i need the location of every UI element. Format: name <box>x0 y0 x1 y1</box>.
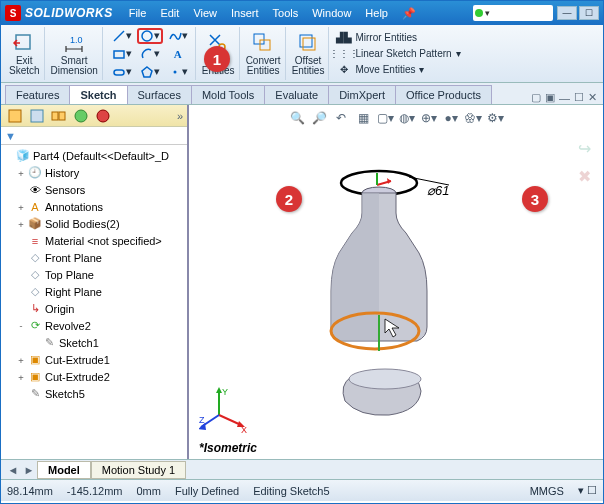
tab-scroll-left-icon[interactable]: ◄ <box>5 464 21 476</box>
view-triad[interactable]: Y X Z <box>199 385 249 435</box>
rectangle-tool[interactable]: ▾ <box>109 46 135 62</box>
doc-max-icon[interactable]: ☐ <box>574 91 584 104</box>
svg-rect-13 <box>9 110 21 122</box>
plane-icon: ◇ <box>27 251 43 265</box>
tab-evaluate[interactable]: Evaluate <box>264 85 329 104</box>
expand-icon[interactable]: + <box>15 372 27 382</box>
tree-root-label: Part4 (Default<<Default>_D <box>33 150 169 162</box>
tree-material[interactable]: ≡Material <not specified> <box>1 232 187 249</box>
expand-icon[interactable]: + <box>15 202 27 212</box>
svg-point-17 <box>75 110 87 122</box>
line-tool[interactable]: ▾ <box>109 28 135 44</box>
tree-revolve2[interactable]: -⟳Revolve2 <box>1 317 187 334</box>
circle-tool[interactable]: ▾ <box>137 28 163 44</box>
exit-sketch-button[interactable]: Exit Sketch <box>9 31 40 76</box>
menu-window[interactable]: Window <box>306 5 357 22</box>
search-box[interactable]: ▾ <box>473 5 553 21</box>
tree-sensors[interactable]: 👁Sensors <box>1 181 187 198</box>
tab-features[interactable]: Features <box>5 85 70 104</box>
tab-scroll-right-icon[interactable]: ► <box>21 464 37 476</box>
graphics-area[interactable]: 🔍 🔎 ↶ ▦ ▢▾ ◍▾ ⊕▾ ●▾ 🏵▾ ⚙▾ ⌀61 <box>189 105 603 459</box>
menu-tools[interactable]: Tools <box>267 5 305 22</box>
confirm-ok-icon[interactable]: ↪ <box>573 137 595 159</box>
tree-sketch5[interactable]: ✎Sketch5 <box>1 385 187 402</box>
tree-cut-extrude1[interactable]: +▣Cut-Extrude1 <box>1 351 187 368</box>
collapse-icon[interactable]: - <box>15 321 27 331</box>
tab-model[interactable]: Model <box>37 461 91 479</box>
polygon-tool[interactable]: ▾ <box>137 64 163 80</box>
doc-restore-icon[interactable]: ▣ <box>545 91 555 104</box>
pattern-icon: ⋮⋮⋮ <box>337 47 351 61</box>
sketch-icon: ✎ <box>41 336 57 350</box>
expand-icon[interactable]: + <box>15 168 27 178</box>
confirm-cancel-icon[interactable]: ✖ <box>573 165 595 187</box>
mirror-entities-button[interactable]: ▟▙Mirror Entities <box>337 31 460 45</box>
search-dropdown-icon[interactable]: ▾ <box>485 8 490 18</box>
node-label: Sensors <box>45 184 85 196</box>
status-units[interactable]: MMGS <box>530 485 564 497</box>
tree-collapse-icon[interactable]: » <box>177 110 183 122</box>
node-label: Sketch1 <box>59 337 99 349</box>
filter-icon: ▼ <box>5 130 16 142</box>
tree-history[interactable]: +🕘History <box>1 164 187 181</box>
move-dropdown-icon[interactable]: ▾ <box>419 64 424 75</box>
tab-mold-tools[interactable]: Mold Tools <box>191 85 265 104</box>
maximize-button[interactable]: ☐ <box>579 6 599 20</box>
tree-cut-extrude2[interactable]: +▣Cut-Extrude2 <box>1 368 187 385</box>
svg-rect-9 <box>254 34 264 44</box>
tree-sketch1[interactable]: ✎Sketch1 <box>1 334 187 351</box>
menu-help[interactable]: Help <box>359 5 394 22</box>
convert-entities-button[interactable]: Convert Entities <box>246 31 281 76</box>
tree-tab-display-icon[interactable] <box>93 107 113 125</box>
menu-edit[interactable]: Edit <box>154 5 185 22</box>
expand-icon[interactable]: + <box>15 219 27 229</box>
tab-motion-study[interactable]: Motion Study 1 <box>91 461 186 479</box>
arc-tool[interactable]: ▾ <box>137 46 163 62</box>
node-label: Sketch5 <box>45 388 85 400</box>
menu-insert[interactable]: Insert <box>225 5 265 22</box>
exit-sketch-label: Exit Sketch <box>9 56 40 76</box>
feature-tree: 🧊 Part4 (Default<<Default>_D +🕘History 👁… <box>1 145 187 459</box>
move-entities-button[interactable]: ✥Move Entities▾ <box>337 63 460 77</box>
pattern-dropdown-icon[interactable]: ▾ <box>456 48 461 59</box>
menu-pin-icon[interactable]: 📌 <box>396 5 422 22</box>
tab-dimxpert[interactable]: DimXpert <box>328 85 396 104</box>
doc-close-icon[interactable]: ✕ <box>588 91 597 104</box>
menu-view[interactable]: View <box>187 5 223 22</box>
expand-icon[interactable]: + <box>15 355 27 365</box>
titlebar: S SOLIDWORKS File Edit View Insert Tools… <box>1 1 603 25</box>
offset-entities-button[interactable]: Offset Entities <box>292 31 325 76</box>
app-brand: SOLIDWORKS <box>25 6 113 20</box>
tree-tab-feature-icon[interactable] <box>5 107 25 125</box>
menu-file[interactable]: File <box>123 5 153 22</box>
svg-rect-11 <box>300 35 312 47</box>
tree-front-plane[interactable]: ◇Front Plane <box>1 249 187 266</box>
sketch-tools-grid: ▾ ▾ ▾ ▾ ▾ A ▾ ▾ ▾ <box>109 28 191 80</box>
tree-filter[interactable]: ▼ <box>1 127 187 145</box>
tree-tab-dimxpert-icon[interactable] <box>71 107 91 125</box>
smart-dimension-button[interactable]: 1.0 Smart Dimension <box>51 31 98 76</box>
text-tool[interactable]: A <box>165 46 191 62</box>
spline-tool[interactable]: ▾ <box>165 28 191 44</box>
tree-right-plane[interactable]: ◇Right Plane <box>1 283 187 300</box>
tree-solid-bodies[interactable]: +📦Solid Bodies(2) <box>1 215 187 232</box>
doc-min-icon[interactable]: ▢ <box>531 91 541 104</box>
doc-line-icon[interactable]: — <box>559 92 570 104</box>
status-extras-icon[interactable]: ▾ ☐ <box>578 484 597 497</box>
tab-office-products[interactable]: Office Products <box>395 85 492 104</box>
minimize-button[interactable]: — <box>557 6 577 20</box>
point-tool[interactable]: ▾ <box>165 64 191 80</box>
node-label: Cut-Extrude2 <box>45 371 110 383</box>
tab-sketch[interactable]: Sketch <box>69 85 127 104</box>
slot-tool[interactable]: ▾ <box>109 64 135 80</box>
svg-point-3 <box>142 31 152 41</box>
tree-tab-config-icon[interactable] <box>49 107 69 125</box>
trim-entities-button[interactable]: Trim Entities <box>202 31 235 76</box>
tab-surfaces[interactable]: Surfaces <box>127 85 192 104</box>
tree-top-plane[interactable]: ◇Top Plane <box>1 266 187 283</box>
tree-root[interactable]: 🧊 Part4 (Default<<Default>_D <box>1 147 187 164</box>
tree-annotations[interactable]: +AAnnotations <box>1 198 187 215</box>
tree-origin[interactable]: ↳Origin <box>1 300 187 317</box>
linear-pattern-button[interactable]: ⋮⋮⋮Linear Sketch Pattern▾ <box>337 47 460 61</box>
tree-tab-property-icon[interactable] <box>27 107 47 125</box>
